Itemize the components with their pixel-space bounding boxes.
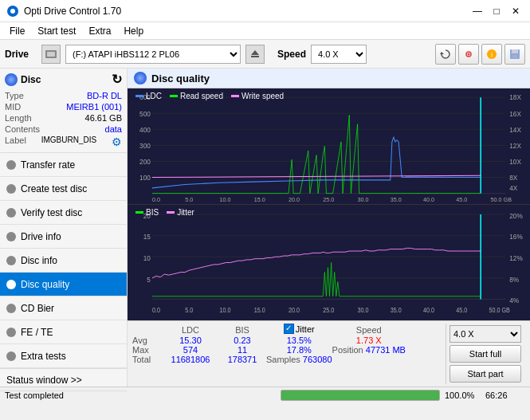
sidebar-item-cd-bier[interactable]: CD Bier xyxy=(0,296,127,320)
svg-text:20%: 20% xyxy=(509,211,522,220)
avg-bis-value: 0.23 xyxy=(218,336,266,345)
nav-icon-drive-info xyxy=(6,232,16,241)
position-label: Position xyxy=(332,345,363,355)
maximize-button[interactable]: □ xyxy=(489,3,504,19)
disc-type-value: BD-R DL xyxy=(87,91,122,100)
close-button[interactable]: ✕ xyxy=(508,3,524,19)
settings-button[interactable] xyxy=(458,44,479,65)
legend-read-dot xyxy=(170,95,178,97)
svg-text:8%: 8% xyxy=(509,275,519,284)
svg-text:0.0: 0.0 xyxy=(152,307,161,315)
minimize-button[interactable]: — xyxy=(469,3,485,19)
svg-text:15.0: 15.0 xyxy=(254,195,265,202)
stats-content: LDC BIS ✓ Jitter Speed xyxy=(132,324,525,384)
sidebar-item-disc-quality[interactable]: Disc quality xyxy=(0,273,127,296)
avg-speed-value: 1.73 X xyxy=(332,336,406,345)
menu-help[interactable]: Help xyxy=(117,24,150,38)
legend-jitter-label: Jitter xyxy=(177,208,194,217)
menu-extra[interactable]: Extra xyxy=(82,24,117,38)
status-text: Test completed xyxy=(5,391,276,400)
titlebar: Opti Drive Control 1.70 — □ ✕ xyxy=(0,0,530,22)
stats-table: LDC BIS ✓ Jitter Speed xyxy=(132,324,406,364)
svg-text:8X: 8X xyxy=(509,174,517,182)
sidebar-item-disc-info[interactable]: Disc info xyxy=(0,249,127,273)
disc-mid-row: MID MEIRB1 (001) xyxy=(5,101,122,112)
legend-bis: BIS xyxy=(135,208,159,217)
sidebar-item-extra-tests[interactable]: Extra tests xyxy=(0,344,127,368)
menu-start-test[interactable]: Start test xyxy=(31,24,82,38)
jitter-label: Jitter xyxy=(296,324,315,334)
svg-text:50.0 GB: 50.0 GB xyxy=(489,307,509,315)
jitter-checkbox[interactable]: ✓ xyxy=(284,324,294,334)
col-header-ldc: LDC xyxy=(163,324,218,336)
svg-text:40.0: 40.0 xyxy=(423,195,434,202)
nav-label-verify-test-disc: Verify test disc xyxy=(21,207,82,218)
nav-label-drive-info: Drive info xyxy=(21,231,61,242)
content-area: Disc quality LDC Read speed Wri xyxy=(128,69,530,387)
disc-length-label: Length xyxy=(5,113,32,123)
legend-bis-dot xyxy=(135,211,143,214)
nav-label-extra-tests: Extra tests xyxy=(21,351,66,362)
sidebar-nav: Transfer rate Create test disc Verify te… xyxy=(0,153,127,368)
col-header-jitter: ✓ Jitter xyxy=(266,324,332,336)
svg-text:4X: 4X xyxy=(509,184,517,192)
menu-file[interactable]: File xyxy=(3,24,31,38)
svg-text:12%: 12% xyxy=(509,253,522,262)
drive-select[interactable]: (F:) ATAPI iHBS112 2 PL06 xyxy=(65,45,241,64)
disc-refresh-icon[interactable]: ↻ xyxy=(112,72,122,87)
disc-label-label: Label xyxy=(5,135,26,148)
disc-contents-label: Contents xyxy=(5,124,40,134)
legend-write-label: Write speed xyxy=(241,92,284,100)
menubar: File Start test Extra Help xyxy=(0,22,530,40)
legend-write-dot xyxy=(231,95,239,97)
svg-text:5.0: 5.0 xyxy=(185,307,194,315)
total-bis-value: 178371 xyxy=(218,355,266,364)
sidebar-item-transfer-rate[interactable]: Transfer rate xyxy=(0,153,127,177)
status-window-button[interactable]: Status window >> xyxy=(0,369,127,391)
svg-point-1 xyxy=(10,9,15,14)
disc-length-value: 46.61 GB xyxy=(85,113,122,123)
save-button[interactable] xyxy=(504,44,525,65)
svg-text:20.0: 20.0 xyxy=(289,195,300,202)
progress-bar-fill xyxy=(281,391,439,400)
legend-bis-label: BIS xyxy=(146,208,159,217)
svg-text:20.0: 20.0 xyxy=(289,307,300,315)
svg-text:16X: 16X xyxy=(509,109,521,117)
sidebar-item-fe-te[interactable]: FE / TE xyxy=(0,320,127,344)
sidebar-item-create-test-disc[interactable]: Create test disc xyxy=(0,177,127,201)
avg-label: Avg xyxy=(132,336,163,345)
svg-text:18X: 18X xyxy=(509,93,521,101)
disc-type-row: Type BD-R DL xyxy=(5,90,122,101)
chart1-svg: 600 500 400 300 200 100 18X 16X 14X 12X … xyxy=(128,88,530,204)
sidebar-item-verify-test-disc[interactable]: Verify test disc xyxy=(0,201,127,225)
stats-area: LDC BIS ✓ Jitter Speed xyxy=(128,320,530,387)
nav-label-transfer-rate: Transfer rate xyxy=(21,159,75,171)
nav-label-cd-bier: CD Bier xyxy=(21,303,54,314)
nav-icon-disc-quality xyxy=(6,280,16,289)
window-controls: — □ ✕ xyxy=(469,3,524,19)
stats-header-row: LDC BIS ✓ Jitter Speed xyxy=(132,324,406,336)
svg-text:10X: 10X xyxy=(509,157,521,165)
svg-text:0.0: 0.0 xyxy=(152,195,160,202)
stats-table-container: LDC BIS ✓ Jitter Speed xyxy=(132,324,446,384)
chart1-legend: LDC Read speed Write speed xyxy=(135,92,284,100)
svg-text:100: 100 xyxy=(139,174,151,182)
start-part-button[interactable]: Start part xyxy=(450,365,521,383)
start-full-button[interactable]: Start full xyxy=(450,345,521,363)
nav-label-disc-quality: Disc quality xyxy=(21,279,69,290)
max-bis-value: 11 xyxy=(218,345,266,355)
nav-icon-transfer-rate xyxy=(6,160,16,170)
refresh-button[interactable] xyxy=(435,44,456,65)
nav-icon-extra-tests xyxy=(6,351,16,361)
disc-section-title: Disc xyxy=(21,74,41,85)
quality-speed-select[interactable]: 4.0 X xyxy=(450,325,521,343)
svg-text:15: 15 xyxy=(143,233,151,241)
eject-icon[interactable] xyxy=(245,45,265,64)
drive-icon xyxy=(41,45,61,64)
speed-select[interactable]: 4.0 X xyxy=(311,45,367,64)
sidebar-item-drive-info[interactable]: Drive info xyxy=(0,225,127,249)
legend-read-label: Read speed xyxy=(180,92,223,100)
avg-jitter-value: 13.5% xyxy=(266,336,332,345)
disc-label-edit-icon[interactable]: ⚙ xyxy=(112,135,122,148)
info-button[interactable]: i xyxy=(481,44,502,65)
